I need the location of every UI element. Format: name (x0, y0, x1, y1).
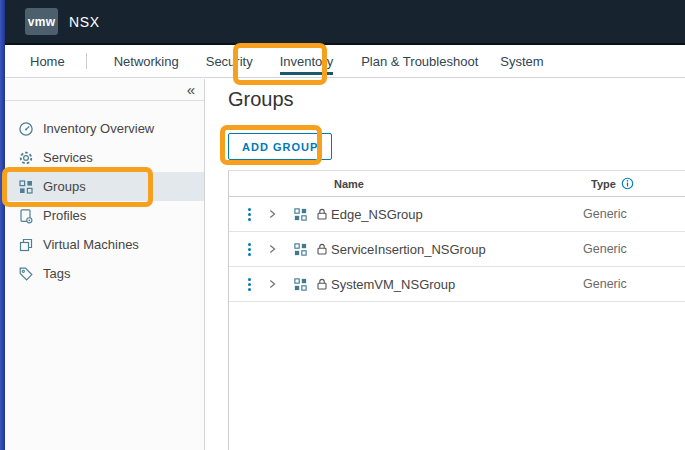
column-header-type[interactable]: Type (591, 177, 634, 190)
group-name-cell[interactable]: Edge_NSGroup (315, 207, 583, 222)
product-title: NSX (69, 14, 100, 30)
add-group-button[interactable]: ADD GROUP (228, 133, 332, 160)
sidebar-menu: Inventory Overview Services Groups Profi… (5, 114, 204, 288)
sidebar-collapse-row: « (5, 79, 204, 101)
sidebar-item-tags[interactable]: Tags (5, 259, 204, 288)
row-menu-icon[interactable] (239, 278, 259, 291)
group-type-cell: Generic (583, 207, 627, 221)
table-row[interactable]: Edge_NSGroup Generic (229, 197, 685, 232)
sidebar-item-inventory-overview[interactable]: Inventory Overview (5, 114, 204, 143)
sidebar-item-virtual-machines[interactable]: Virtual Machines (5, 230, 204, 259)
gear-icon (18, 150, 34, 166)
table-row[interactable]: SystemVM_NSGroup Generic (229, 267, 685, 302)
sidebar-item-services[interactable]: Services (5, 143, 204, 172)
row-expand-chevron-icon[interactable] (259, 278, 285, 290)
group-name-cell[interactable]: ServiceInsertion_NSGroup (315, 242, 583, 257)
table-row[interactable]: ServiceInsertion_NSGroup Generic (229, 232, 685, 267)
nsx-app-window: vmw NSX Home Networking Security Invento… (0, 0, 685, 450)
lock-icon (315, 277, 329, 291)
row-expand-chevron-icon[interactable] (259, 243, 285, 255)
gauge-icon (18, 121, 34, 137)
sidebar: « Inventory Overview Services Groups (5, 79, 205, 450)
group-type-grid-icon (285, 207, 315, 222)
top-header-bar: vmw NSX (5, 0, 685, 45)
group-type-grid-icon (285, 242, 315, 257)
nav-divider (86, 53, 87, 69)
sidebar-item-label: Services (43, 150, 93, 165)
groups-datagrid: Name Type (228, 170, 685, 450)
collapse-sidebar-icon[interactable]: « (187, 82, 195, 97)
group-type-cell: Generic (583, 242, 627, 256)
page-title: Groups (228, 88, 294, 111)
group-type-cell: Generic (583, 277, 627, 291)
nav-tab-networking[interactable]: Networking (114, 54, 179, 69)
sidebar-item-groups[interactable]: Groups (5, 172, 204, 201)
lock-icon (315, 242, 329, 256)
nav-tab-inventory[interactable]: Inventory (280, 54, 333, 75)
group-name[interactable]: Edge_NSGroup (331, 207, 423, 222)
sidebar-item-label: Groups (43, 179, 86, 194)
nav-tab-plan-troubleshoot[interactable]: Plan & Troubleshoot (361, 54, 478, 69)
vmware-logo: vmw (25, 8, 58, 35)
tag-icon (18, 266, 34, 282)
profile-document-icon (18, 208, 34, 224)
group-name-cell[interactable]: SystemVM_NSGroup (315, 277, 583, 292)
primary-nav: Home Networking Security Inventory Plan … (5, 45, 685, 78)
virtual-machine-icon (18, 237, 34, 253)
sidebar-item-label: Tags (43, 266, 70, 281)
row-expand-chevron-icon[interactable] (259, 208, 285, 220)
group-name[interactable]: SystemVM_NSGroup (331, 277, 455, 292)
nav-tab-security[interactable]: Security (206, 54, 253, 69)
nav-tab-home[interactable]: Home (30, 54, 65, 69)
sidebar-item-label: Profiles (43, 208, 86, 223)
group-type-grid-icon (285, 277, 315, 292)
main-content: Groups ADD GROUP Name Type (206, 79, 685, 450)
sidebar-item-label: Virtual Machines (43, 237, 139, 252)
row-menu-icon[interactable] (239, 243, 259, 256)
sidebar-item-profiles[interactable]: Profiles (5, 201, 204, 230)
sidebar-item-label: Inventory Overview (43, 121, 154, 136)
datagrid-header: Name Type (229, 171, 685, 197)
row-menu-icon[interactable] (239, 208, 259, 221)
nav-tab-system[interactable]: System (500, 54, 543, 69)
group-name[interactable]: ServiceInsertion_NSGroup (331, 242, 486, 257)
column-header-name[interactable]: Name (334, 178, 591, 190)
groups-grid-icon (18, 179, 34, 195)
lock-icon (315, 207, 329, 221)
info-icon[interactable] (621, 177, 634, 190)
